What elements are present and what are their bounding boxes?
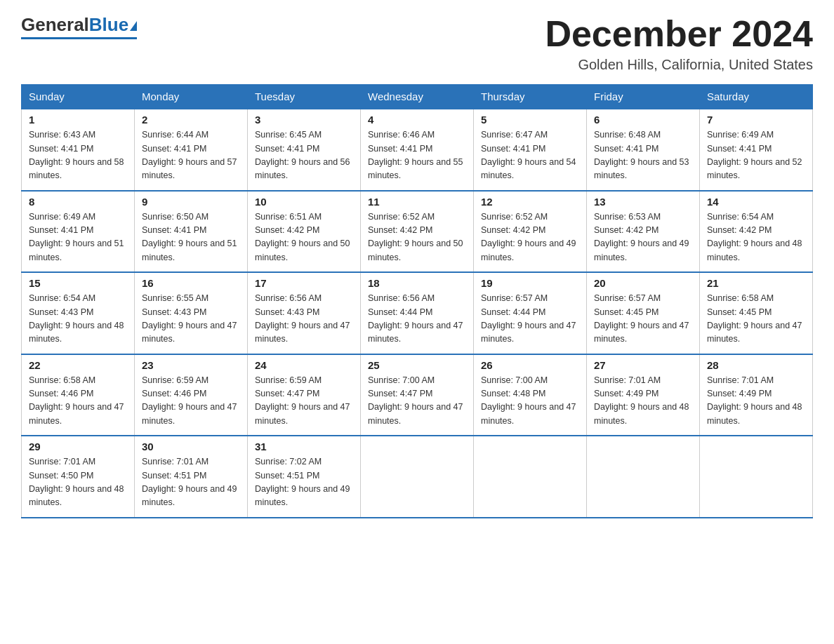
- day-info: Sunrise: 6:53 AMSunset: 4:42 PMDaylight:…: [594, 212, 689, 262]
- day-number: 15: [29, 277, 127, 289]
- logo: General Blue: [21, 14, 137, 39]
- table-row: [587, 436, 700, 518]
- calendar-table: Sunday Monday Tuesday Wednesday Thursday…: [21, 84, 813, 518]
- month-title: December 2024: [545, 14, 813, 54]
- day-info: Sunrise: 6:57 AMSunset: 4:45 PMDaylight:…: [594, 293, 689, 344]
- day-number: 5: [481, 114, 579, 126]
- day-number: 1: [29, 114, 127, 126]
- day-number: 21: [707, 277, 805, 289]
- table-row: 13 Sunrise: 6:53 AMSunset: 4:42 PMDaylig…: [587, 191, 700, 273]
- table-row: 5 Sunrise: 6:47 AMSunset: 4:41 PMDayligh…: [474, 109, 587, 191]
- day-number: 12: [481, 196, 579, 208]
- day-info: Sunrise: 6:55 AMSunset: 4:43 PMDaylight:…: [142, 293, 237, 344]
- day-number: 6: [594, 114, 692, 126]
- day-number: 16: [142, 277, 240, 289]
- calendar-week-row: 1 Sunrise: 6:43 AMSunset: 4:41 PMDayligh…: [22, 109, 813, 191]
- header-sunday: Sunday: [22, 85, 135, 109]
- header-thursday: Thursday: [474, 85, 587, 109]
- table-row: 18 Sunrise: 6:56 AMSunset: 4:44 PMDaylig…: [361, 272, 474, 354]
- calendar-week-row: 22 Sunrise: 6:58 AMSunset: 4:46 PMDaylig…: [22, 354, 813, 436]
- table-row: 12 Sunrise: 6:52 AMSunset: 4:42 PMDaylig…: [474, 191, 587, 273]
- table-row: 27 Sunrise: 7:01 AMSunset: 4:49 PMDaylig…: [587, 354, 700, 436]
- day-number: 20: [594, 277, 692, 289]
- day-info: Sunrise: 6:49 AMSunset: 4:41 PMDaylight:…: [29, 212, 124, 262]
- day-info: Sunrise: 6:58 AMSunset: 4:45 PMDaylight:…: [707, 293, 802, 344]
- page-header: General Blue December 2024 Golden Hills,…: [21, 14, 813, 73]
- day-info: Sunrise: 6:49 AMSunset: 4:41 PMDaylight:…: [707, 130, 802, 180]
- day-info: Sunrise: 7:01 AMSunset: 4:49 PMDaylight:…: [707, 375, 802, 426]
- table-row: 22 Sunrise: 6:58 AMSunset: 4:46 PMDaylig…: [22, 354, 135, 436]
- day-info: Sunrise: 6:56 AMSunset: 4:44 PMDaylight:…: [368, 293, 463, 344]
- calendar-week-row: 15 Sunrise: 6:54 AMSunset: 4:43 PMDaylig…: [22, 272, 813, 354]
- table-row: 10 Sunrise: 6:51 AMSunset: 4:42 PMDaylig…: [248, 191, 361, 273]
- day-number: 4: [368, 114, 466, 126]
- day-info: Sunrise: 6:51 AMSunset: 4:42 PMDaylight:…: [255, 212, 350, 262]
- day-info: Sunrise: 6:54 AMSunset: 4:43 PMDaylight:…: [29, 293, 124, 344]
- day-number: 26: [481, 359, 579, 371]
- table-row: 24 Sunrise: 6:59 AMSunset: 4:47 PMDaylig…: [248, 354, 361, 436]
- logo-blue-text: Blue: [89, 14, 128, 36]
- day-info: Sunrise: 6:52 AMSunset: 4:42 PMDaylight:…: [368, 212, 463, 262]
- header-wednesday: Wednesday: [361, 85, 474, 109]
- table-row: [361, 436, 474, 518]
- day-number: 9: [142, 196, 240, 208]
- day-info: Sunrise: 6:45 AMSunset: 4:41 PMDaylight:…: [255, 130, 350, 180]
- day-number: 30: [142, 441, 240, 452]
- table-row: 9 Sunrise: 6:50 AMSunset: 4:41 PMDayligh…: [135, 191, 248, 273]
- table-row: 2 Sunrise: 6:44 AMSunset: 4:41 PMDayligh…: [135, 109, 248, 191]
- day-info: Sunrise: 6:43 AMSunset: 4:41 PMDaylight:…: [29, 130, 124, 180]
- calendar-week-row: 8 Sunrise: 6:49 AMSunset: 4:41 PMDayligh…: [22, 191, 813, 273]
- table-row: 29 Sunrise: 7:01 AMSunset: 4:50 PMDaylig…: [22, 436, 135, 518]
- table-row: 17 Sunrise: 6:56 AMSunset: 4:43 PMDaylig…: [248, 272, 361, 354]
- calendar-week-row: 29 Sunrise: 7:01 AMSunset: 4:50 PMDaylig…: [22, 436, 813, 518]
- day-info: Sunrise: 6:46 AMSunset: 4:41 PMDaylight:…: [368, 130, 463, 180]
- day-info: Sunrise: 6:54 AMSunset: 4:42 PMDaylight:…: [707, 212, 802, 262]
- day-number: 11: [368, 196, 466, 208]
- day-info: Sunrise: 6:52 AMSunset: 4:42 PMDaylight:…: [481, 212, 576, 262]
- day-number: 24: [255, 359, 353, 371]
- day-info: Sunrise: 7:00 AMSunset: 4:48 PMDaylight:…: [481, 375, 576, 426]
- day-number: 19: [481, 277, 579, 289]
- table-row: 20 Sunrise: 6:57 AMSunset: 4:45 PMDaylig…: [587, 272, 700, 354]
- day-number: 7: [707, 114, 805, 126]
- day-info: Sunrise: 7:02 AMSunset: 4:51 PMDaylight:…: [255, 457, 350, 507]
- location-title: Golden Hills, California, United States: [545, 57, 813, 73]
- day-number: 17: [255, 277, 353, 289]
- table-row: 21 Sunrise: 6:58 AMSunset: 4:45 PMDaylig…: [700, 272, 813, 354]
- table-row: 16 Sunrise: 6:55 AMSunset: 4:43 PMDaylig…: [135, 272, 248, 354]
- day-number: 13: [594, 196, 692, 208]
- day-info: Sunrise: 6:58 AMSunset: 4:46 PMDaylight:…: [29, 375, 124, 426]
- table-row: 4 Sunrise: 6:46 AMSunset: 4:41 PMDayligh…: [361, 109, 474, 191]
- table-row: 25 Sunrise: 7:00 AMSunset: 4:47 PMDaylig…: [361, 354, 474, 436]
- table-row: 30 Sunrise: 7:01 AMSunset: 4:51 PMDaylig…: [135, 436, 248, 518]
- calendar-title-area: December 2024 Golden Hills, California, …: [545, 14, 813, 73]
- table-row: 6 Sunrise: 6:48 AMSunset: 4:41 PMDayligh…: [587, 109, 700, 191]
- day-number: 22: [29, 359, 127, 371]
- day-info: Sunrise: 6:56 AMSunset: 4:43 PMDaylight:…: [255, 293, 350, 344]
- table-row: 3 Sunrise: 6:45 AMSunset: 4:41 PMDayligh…: [248, 109, 361, 191]
- day-number: 31: [255, 441, 353, 452]
- table-row: 8 Sunrise: 6:49 AMSunset: 4:41 PMDayligh…: [22, 191, 135, 273]
- day-number: 27: [594, 359, 692, 371]
- table-row: [700, 436, 813, 518]
- weekday-header-row: Sunday Monday Tuesday Wednesday Thursday…: [22, 85, 813, 109]
- day-number: 23: [142, 359, 240, 371]
- day-number: 2: [142, 114, 240, 126]
- table-row: 31 Sunrise: 7:02 AMSunset: 4:51 PMDaylig…: [248, 436, 361, 518]
- table-row: 28 Sunrise: 7:01 AMSunset: 4:49 PMDaylig…: [700, 354, 813, 436]
- day-info: Sunrise: 7:00 AMSunset: 4:47 PMDaylight:…: [368, 375, 463, 426]
- day-number: 18: [368, 277, 466, 289]
- table-row: 19 Sunrise: 6:57 AMSunset: 4:44 PMDaylig…: [474, 272, 587, 354]
- day-number: 3: [255, 114, 353, 126]
- day-info: Sunrise: 6:57 AMSunset: 4:44 PMDaylight:…: [481, 293, 576, 344]
- logo-general-text: General: [21, 14, 89, 36]
- header-monday: Monday: [135, 85, 248, 109]
- day-number: 10: [255, 196, 353, 208]
- day-info: Sunrise: 6:47 AMSunset: 4:41 PMDaylight:…: [481, 130, 576, 180]
- table-row: 1 Sunrise: 6:43 AMSunset: 4:41 PMDayligh…: [22, 109, 135, 191]
- day-info: Sunrise: 6:59 AMSunset: 4:47 PMDaylight:…: [255, 375, 350, 426]
- day-info: Sunrise: 7:01 AMSunset: 4:49 PMDaylight:…: [594, 375, 689, 426]
- day-number: 28: [707, 359, 805, 371]
- day-number: 29: [29, 441, 127, 452]
- header-saturday: Saturday: [700, 85, 813, 109]
